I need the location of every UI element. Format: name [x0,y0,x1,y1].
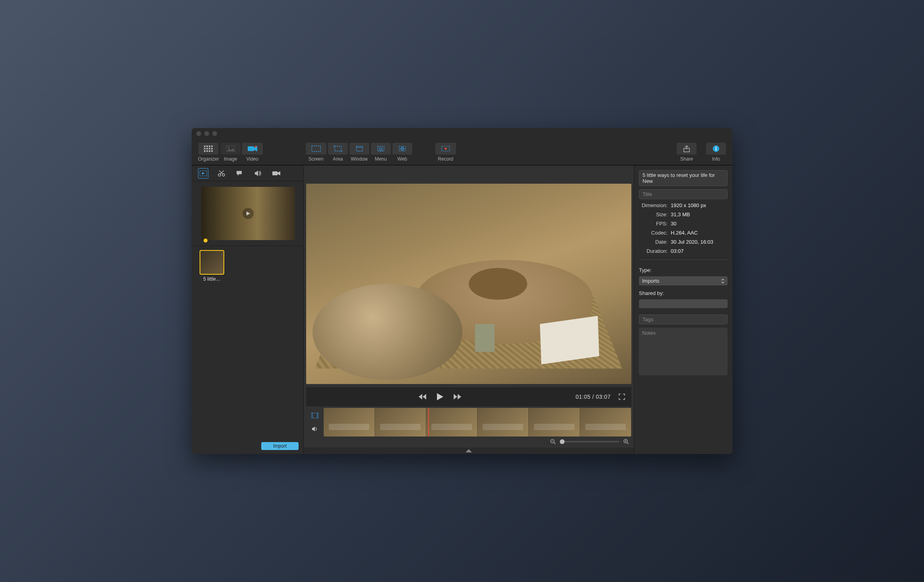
zoom-in-icon[interactable] [623,439,629,444]
timeline-frame [478,408,529,436]
menu-icon [377,146,385,152]
svg-rect-44 [317,417,318,417]
panel-tab-annotate[interactable] [235,168,245,178]
svg-rect-37 [272,171,278,175]
timeline [306,408,631,445]
time-display: 01:05 / 03:07 [576,394,611,400]
capture-area[interactable]: Area [328,143,348,162]
capture-screen[interactable]: Screen [306,143,326,162]
video-label: Video [246,156,258,162]
zoom-thumb[interactable] [560,439,565,444]
organizer-tab[interactable]: Organizer [198,143,219,162]
share-label: Share [680,156,693,162]
type-value: Imports [642,278,659,284]
web-icon [398,146,407,152]
svg-point-32 [716,146,717,147]
svg-rect-8 [204,150,206,152]
timeline-track[interactable] [324,408,631,436]
svg-point-29 [445,147,446,149]
video-tab[interactable]: Video [242,143,263,162]
track-video-icon[interactable] [310,411,320,420]
fps-label: FPS: [639,221,668,227]
svg-point-15 [254,146,256,147]
select-arrows-icon [721,279,724,283]
info-panel: 5 little ways to reset your life for New… [634,165,732,454]
fullscreen-button[interactable] [618,393,626,401]
play-button[interactable] [435,392,445,402]
clip-label: 5 little… [203,276,220,282]
capture-menu[interactable]: Menu [371,143,391,162]
image-tab[interactable]: Image [221,143,241,162]
traffic-zoom[interactable] [212,131,217,136]
web-label: Web [397,156,407,162]
duration-label: Duration: [639,248,668,254]
drawer-handle[interactable] [304,448,634,454]
traffic-minimize[interactable] [204,131,209,136]
preview-area [192,181,303,246]
record-icon [441,146,450,152]
size-label: Size: [639,211,668,217]
svg-rect-39 [312,413,313,414]
type-label: Type: [639,267,728,273]
record-button[interactable]: Record [435,143,456,162]
window-icon [355,146,364,152]
capture-web[interactable]: Web [392,143,412,162]
screen-icon [311,146,321,152]
title-field[interactable]: Title [639,189,728,199]
svg-rect-18 [356,146,363,151]
type-select[interactable]: Imports [639,276,728,285]
zoom-out-icon[interactable] [550,439,556,444]
traffic-close[interactable] [196,131,201,136]
capture-window[interactable]: Window [349,143,369,162]
playhead[interactable] [428,408,429,436]
organizer-label: Organizer [198,156,219,162]
timeline-zoom [306,436,631,445]
svg-rect-6 [209,148,210,149]
duration-value: 03:07 [671,248,684,254]
import-button[interactable]: Import [261,442,299,450]
svg-rect-1 [206,146,208,147]
center-panel: 01:05 / 03:07 [304,165,634,454]
date-value: 30 Jul 2020, 16:03 [671,239,713,245]
svg-rect-9 [206,150,208,152]
clip-thumbnail [200,250,224,275]
svg-rect-42 [317,413,318,414]
notes-field[interactable]: Notes [639,328,728,375]
panel-tab-audio[interactable] [253,168,263,178]
grid-icon [204,146,213,152]
zoom-slider[interactable] [560,441,619,442]
app-window: Organizer Image Video Screen Area Window… [192,128,732,454]
image-label: Image [224,156,237,162]
preview-thumbnail[interactable] [201,187,295,240]
playback-controls: 01:05 / 03:07 [306,387,631,406]
rewind-button[interactable] [417,392,428,402]
left-panel: 5 little… Import [192,165,304,454]
panel-tab-cut[interactable] [216,168,227,178]
info-icon [712,145,720,152]
svg-rect-40 [312,415,313,416]
info-button[interactable]: Info [706,143,726,162]
svg-rect-3 [211,146,213,147]
svg-rect-4 [204,148,206,149]
timeline-frame [426,408,478,436]
video-viewport[interactable] [306,184,631,384]
svg-rect-0 [204,146,206,147]
tags-field[interactable]: Tags [639,314,728,324]
preview-play-icon [243,208,254,219]
timeline-frame [324,408,375,436]
record-label: Record [438,156,453,162]
panel-tab-camera[interactable] [271,168,281,178]
codec-value: H.264, AAC [671,230,698,236]
svg-rect-10 [209,150,210,152]
track-audio-icon[interactable] [310,424,320,434]
codec-label: Codec: [639,230,668,236]
share-button[interactable]: Share [677,143,697,162]
size-value: 31,3 MB [671,211,690,217]
area-icon [334,146,342,152]
shared-by-field[interactable] [639,299,728,308]
forward-button[interactable] [452,392,463,402]
info-label: Info [712,156,720,162]
filename-field[interactable]: 5 little ways to reset your life for New [639,170,728,186]
panel-tab-media[interactable] [198,168,208,178]
clip-item[interactable]: 5 little… [200,250,224,282]
